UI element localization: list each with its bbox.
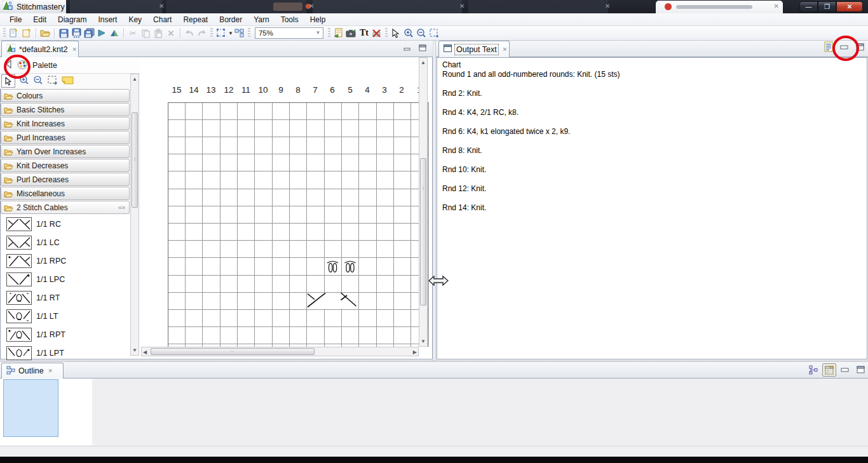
palette-category-basic-stitches[interactable]: Basic Stitches: [1, 103, 130, 116]
editor-tab-close-icon[interactable]: ✕: [71, 46, 78, 53]
palette-scrollbar-thumb[interactable]: [132, 112, 138, 208]
outline-thumbnail-view-icon[interactable]: [822, 363, 836, 377]
chart-vertical-scrollbar[interactable]: ▲ ▼: [419, 57, 428, 347]
new-file-button[interactable]: [8, 27, 20, 39]
layout-mode-button[interactable]: [233, 27, 246, 39]
save-as-button[interactable]: [70, 27, 83, 39]
pane-resize-sash[interactable]: [433, 41, 436, 361]
outline-minimize-icon[interactable]: [840, 366, 850, 375]
palette-note-tool[interactable]: [62, 76, 74, 87]
palette-scroll-down-icon[interactable]: ▼: [131, 347, 139, 353]
palette-category-miscellaneous[interactable]: Miscellaneous: [1, 187, 130, 200]
open-file-button[interactable]: [39, 27, 51, 39]
palette-marquee-tool[interactable]: [47, 75, 58, 87]
save-all-button[interactable]: [83, 27, 95, 39]
menu-edit[interactable]: Edit: [27, 14, 52, 25]
output-line: Round 1 and all odd-numbered rounds: Kni…: [437, 70, 867, 79]
palette-category-knit-decreases[interactable]: Knit Decreases: [1, 159, 130, 172]
pointer-tool-button[interactable]: [390, 27, 402, 39]
palette-category-purl-decreases[interactable]: Purl Decreases: [1, 173, 130, 186]
menu-tools[interactable]: Tools: [275, 14, 304, 25]
zoom-combo-dropdown-icon[interactable]: ▼: [313, 28, 323, 38]
palette-item-1-1-rpt[interactable]: 1/1 RPT: [6, 327, 65, 342]
export-image-button[interactable]: [332, 27, 345, 39]
palette-pointer-tool[interactable]: [1, 74, 15, 88]
palette-scrollbar[interactable]: ▲ ▼: [130, 74, 139, 356]
palette-category-knit-increases[interactable]: Knit Increases: [1, 117, 130, 130]
palette-item-1-1-lc[interactable]: 1/1 LC: [6, 235, 60, 250]
window-close-button[interactable]: ✕: [836, 1, 863, 12]
new-wizard-button[interactable]: [20, 27, 33, 39]
output-document-icon[interactable]: [824, 42, 834, 51]
palette-category-2-stitch-cables[interactable]: 2 Stitch Cables«»: [1, 201, 130, 214]
flip-chart-button[interactable]: [108, 27, 121, 39]
editor-tab[interactable]: *default2.knt2 ✕: [1, 41, 79, 57]
cut-button[interactable]: ✂: [126, 27, 139, 39]
paste-button[interactable]: [152, 27, 165, 39]
output-tab-close-icon[interactable]: ✕: [501, 46, 509, 53]
palette-category-colours[interactable]: Colours: [1, 89, 130, 102]
chart-grid[interactable]: [168, 102, 430, 347]
chart-vscrollbar-thumb[interactable]: [420, 158, 426, 305]
editor-minimize-icon[interactable]: [402, 43, 412, 52]
selection-mode-dropdown[interactable]: ▼: [228, 30, 233, 36]
chart-scroll-down-icon[interactable]: ▼: [419, 339, 427, 344]
chart-scroll-left-icon[interactable]: ◀: [143, 349, 147, 355]
output-maximize-icon[interactable]: [855, 43, 865, 51]
output-tab[interactable]: Output Text ✕: [438, 41, 510, 57]
chart-scroll-up-icon[interactable]: ▲: [419, 60, 427, 65]
zoom-out-button[interactable]: [415, 27, 428, 39]
chart-horizontal-scrollbar[interactable]: ◀ ▶: [141, 347, 419, 356]
palette-category-yarn-over-increases[interactable]: Yarn Over Increases: [1, 145, 130, 158]
zoom-in-button[interactable]: [402, 27, 415, 39]
save-button[interactable]: [57, 27, 70, 39]
menu-yarn[interactable]: Yarn: [248, 14, 275, 25]
palette-item-1-1-rt[interactable]: 1/1 RT: [6, 290, 60, 305]
menu-file[interactable]: File: [4, 14, 27, 25]
menu-diagram[interactable]: Diagram: [52, 14, 92, 25]
chart-hscrollbar-thumb[interactable]: [151, 348, 315, 355]
menu-repeat[interactable]: Repeat: [177, 14, 214, 25]
palette-zoom-in-tool[interactable]: [19, 75, 29, 87]
copy-button[interactable]: [139, 27, 152, 39]
marquee-zoom-button[interactable]: [428, 27, 440, 39]
output-text-area[interactable]: Chart Round 1 and all odd-numbered round…: [437, 57, 867, 359]
chart-scroll-right-icon[interactable]: ▶: [413, 349, 417, 355]
palette-zoom-out-tool[interactable]: [33, 75, 43, 87]
palette-collapse-icon[interactable]: [5, 60, 12, 70]
outline-tab[interactable]: Outline ✕: [1, 363, 64, 379]
text-tool-button[interactable]: Tt: [358, 27, 370, 39]
outline-maximize-icon[interactable]: [855, 365, 865, 374]
window-minimize-button[interactable]: —: [799, 1, 818, 12]
output-minimize-icon[interactable]: [839, 43, 850, 52]
zoom-level-combobox[interactable]: 75% ▼: [255, 27, 323, 39]
menu-help[interactable]: Help: [304, 14, 332, 25]
output-line: Rnd 12: Knit.: [437, 184, 867, 194]
generate-output-button[interactable]: [95, 27, 108, 39]
selection-mode-button[interactable]: [215, 27, 227, 39]
menu-key[interactable]: Key: [123, 14, 147, 25]
palette-item-1-1-lt[interactable]: 1/1 LT: [6, 309, 58, 324]
palette-item-1-1-rpc[interactable]: 1/1 RPC: [6, 253, 66, 269]
delete-key-button[interactable]: [370, 27, 383, 39]
outline-tab-close-icon[interactable]: ✕: [47, 367, 55, 375]
undo-button[interactable]: [183, 27, 196, 39]
window-controls: — ❐ ✕: [799, 1, 863, 12]
menu-insert[interactable]: Insert: [92, 14, 123, 25]
menu-border[interactable]: Border: [214, 14, 248, 25]
redo-button[interactable]: [196, 27, 208, 39]
delete-button[interactable]: ✕: [165, 27, 177, 39]
outline-pane: Outline ✕: [0, 361, 868, 446]
editor-maximize-icon[interactable]: [417, 43, 428, 52]
palette-scroll-up-icon[interactable]: ▲: [131, 76, 139, 82]
outline-thumbnail[interactable]: [3, 379, 58, 437]
pin-drawer-icon[interactable]: «»: [118, 204, 125, 211]
menu-chart[interactable]: Chart: [147, 14, 177, 25]
palette-item-1-1-rc[interactable]: 1/1 RC: [6, 217, 61, 232]
palette-item-1-1-lpc[interactable]: 1/1 LPC: [6, 272, 65, 287]
palette-category-purl-increases[interactable]: Purl Increases: [1, 131, 130, 144]
window-restore-button[interactable]: ❐: [818, 1, 836, 12]
copy-image-button[interactable]: [345, 27, 358, 39]
outline-tree-view-icon[interactable]: [808, 365, 818, 374]
palette-item-1-1-lpt[interactable]: 1/1 LPT: [6, 346, 64, 361]
